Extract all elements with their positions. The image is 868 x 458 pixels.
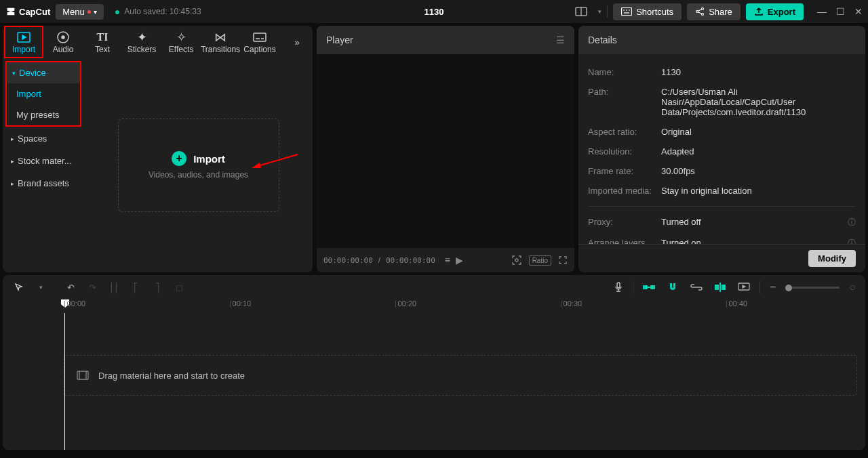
import-dropzone[interactable]: + Import Videos, audios, and images <box>118 119 279 212</box>
timeline-ruler[interactable]: 00:00 00:10 00:20 00:30 00:40 <box>57 299 857 313</box>
tab-captions[interactable]: Captions <box>240 26 279 58</box>
link-on-icon[interactable] <box>640 280 658 294</box>
sidebar-item-import[interactable]: Import <box>7 83 80 104</box>
sidebar-item-brand[interactable]: ▸ Brand assets <box>5 173 81 194</box>
detail-media-label: Imported media: <box>588 186 661 196</box>
svg-line-11 <box>698 12 701 14</box>
stickers-icon: ✦ <box>137 30 147 44</box>
details-header: Details <box>578 26 865 54</box>
audio-icon <box>57 30 69 44</box>
trim-left-icon[interactable]: ⎡ <box>126 278 145 296</box>
caret-right-icon: ▸ <box>11 180 16 187</box>
ruler-tick: 00:40 <box>726 299 747 308</box>
detail-name-label: Name: <box>588 67 661 77</box>
details-panel: Details Name:1130 Path:C:/Users/Usman Al… <box>578 26 865 272</box>
layout-icon[interactable] <box>570 4 593 19</box>
sidebar-item-device[interactable]: ▾ Device <box>7 62 80 83</box>
cursor-tool-icon[interactable] <box>9 278 28 296</box>
close-icon[interactable]: ✕ <box>854 6 863 17</box>
play-icon[interactable]: ▶ <box>456 255 463 266</box>
timeline-dropzone[interactable]: Drag material here and start to create <box>64 355 857 396</box>
svg-marker-13 <box>22 35 26 39</box>
divider <box>588 206 856 207</box>
app-logo: CapCut <box>5 6 50 17</box>
export-button[interactable]: Export <box>746 3 804 20</box>
caret-down-icon: ▾ <box>12 70 18 77</box>
tabs-more-icon[interactable]: » <box>287 37 307 47</box>
import-title: Import <box>193 153 225 165</box>
detail-proxy-value: Turned off <box>661 217 842 228</box>
player-controls: 00:00:00:00 / 00:00:00:00 ≡ ▶ Ratio <box>317 248 574 272</box>
ratio-button[interactable]: Ratio <box>529 255 551 266</box>
slider-thumb[interactable] <box>785 285 792 291</box>
magnet-icon[interactable] <box>665 279 681 295</box>
media-panel: Import Audio TI Text ✦ Stickers ✧ Effect… <box>3 26 313 272</box>
timeline-drop-hint: Drag material here and start to create <box>98 371 245 381</box>
redo-icon[interactable]: ↷ <box>83 278 102 296</box>
shortcuts-button[interactable]: Shortcuts <box>613 3 682 20</box>
plus-circle-icon: + <box>172 151 186 166</box>
svg-rect-16 <box>254 33 266 41</box>
caret-right-icon: ▸ <box>11 158 16 165</box>
sidebar-item-presets[interactable]: My presets <box>7 104 80 125</box>
preview-icon[interactable] <box>735 280 753 295</box>
list-icon[interactable]: ≡ <box>445 255 450 266</box>
timeline-toolbar: ▾ ↶ ↷ ⎮⎮ ⎡ ⎤ ◻ − ○ <box>3 275 865 299</box>
detail-name-value: 1130 <box>661 67 856 77</box>
detail-path-value: C:/Users/Usman Ali Nasir/AppData/Local/C… <box>661 87 856 117</box>
split-icon[interactable]: ⎮⎮ <box>104 278 123 296</box>
ruler-tick: 00:10 <box>229 299 251 308</box>
sidebar-item-spaces[interactable]: ▸ Spaces <box>5 128 81 149</box>
tab-import[interactable]: Import <box>4 26 43 58</box>
tab-transitions[interactable]: ⋈ Transitions <box>201 26 240 58</box>
crop-icon[interactable]: ◻ <box>170 278 189 296</box>
modify-button[interactable]: Modify <box>808 250 856 267</box>
share-icon <box>695 7 705 16</box>
undo-icon[interactable]: ↶ <box>61 278 80 296</box>
player-panel: Player ☰ 00:00:00:00 / 00:00:00:00 ≡ ▶ R… <box>317 26 574 272</box>
import-subtitle: Videos, audios, and images <box>149 170 248 180</box>
fullscreen-icon[interactable] <box>558 255 568 265</box>
tab-audio[interactable]: Audio <box>43 26 83 58</box>
info-icon[interactable]: ⓘ <box>848 238 856 244</box>
playhead-line[interactable] <box>64 313 65 450</box>
share-button[interactable]: Share <box>687 3 741 20</box>
svg-rect-24 <box>650 285 655 289</box>
mic-icon[interactable] <box>611 279 626 295</box>
hamburger-icon[interactable]: ☰ <box>556 35 565 45</box>
svg-point-15 <box>62 36 64 39</box>
minimize-icon[interactable]: — <box>817 6 827 17</box>
layout-chevron-icon[interactable]: ▾ <box>598 8 601 15</box>
media-sidebar: ▾ Device Import My presets ▸ Spaces ▸ <box>3 58 84 272</box>
timeline-body[interactable]: Drag material here and start to create <box>3 313 865 450</box>
snap-icon[interactable] <box>712 280 728 295</box>
zoom-slider[interactable] <box>785 287 840 289</box>
scan-icon[interactable] <box>511 255 522 266</box>
svg-line-19 <box>256 154 298 167</box>
app-name: CapCut <box>19 7 50 17</box>
svg-point-9 <box>702 14 704 16</box>
zoom-in-icon[interactable]: ○ <box>846 278 859 296</box>
info-icon[interactable]: ⓘ <box>848 217 856 228</box>
tab-text[interactable]: TI Text <box>83 26 122 58</box>
window-controls: — ☐ ✕ <box>817 6 863 17</box>
tab-stickers[interactable]: ✦ Stickers <box>122 26 161 58</box>
ruler-tick: 00:20 <box>395 299 416 308</box>
sidebar-item-stock[interactable]: ▸ Stock mater... <box>5 150 81 171</box>
menu-button[interactable]: Menu ▾ <box>56 4 104 20</box>
zoom-out-icon[interactable]: − <box>767 278 778 296</box>
detail-layers-label: Arrange layers <box>588 238 661 244</box>
cursor-chevron-icon[interactable]: ▾ <box>31 278 50 296</box>
link-icon[interactable] <box>688 281 705 293</box>
sidebar-highlight-group: ▾ Device Import My presets <box>5 61 81 127</box>
maximize-icon[interactable]: ☐ <box>836 6 845 17</box>
keyboard-icon <box>621 7 632 16</box>
player-viewport[interactable] <box>317 54 574 248</box>
trim-right-icon[interactable]: ⎤ <box>148 278 167 296</box>
project-title: 1130 <box>425 7 444 17</box>
main-area: Import Audio TI Text ✦ Stickers ✧ Effect… <box>0 23 868 275</box>
title-bar: CapCut Menu ▾ ● Auto saved: 10:45:33 113… <box>0 0 868 23</box>
player-title: Player <box>326 35 353 45</box>
tab-effects[interactable]: ✧ Effects <box>161 26 201 58</box>
annotation-arrow-icon <box>252 153 299 169</box>
